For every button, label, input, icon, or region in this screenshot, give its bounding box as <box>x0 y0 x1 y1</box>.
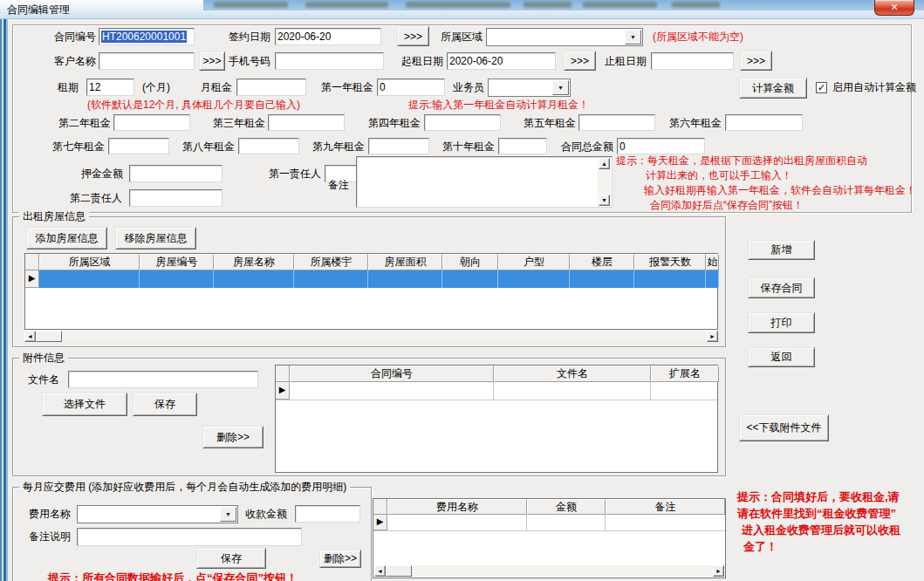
amount-input[interactable] <box>295 505 360 523</box>
choose-file-button[interactable]: 选择文件 <box>42 393 127 416</box>
start-date-input[interactable]: 2020-06-20 <box>447 52 556 70</box>
background-menu-blur <box>583 2 657 8</box>
fee-table-hscrollbar[interactable]: ◄ ► <box>374 565 724 577</box>
scroll-right-icon[interactable]: ► <box>713 565 724 577</box>
row-indicator-header <box>276 366 290 382</box>
house-table[interactable]: 所属区域 房屋编号 房屋名称 所属楼宇 房屋面积 朝向 户型 楼层 报警天数 始… <box>24 253 718 330</box>
save-contract-button[interactable]: 保存合同 <box>748 277 815 298</box>
autocalc-checkbox[interactable]: ✓ <box>816 82 827 93</box>
phone-label: 手机号码 <box>225 55 270 68</box>
fee-name-select[interactable]: ▼ <box>77 505 238 523</box>
download-attachment-button[interactable]: <<下载附件文件 <box>739 414 829 441</box>
scrollbar-thumb[interactable] <box>36 331 62 342</box>
region-label: 所属区域 <box>439 31 483 44</box>
fee-name-label: 费用名称 <box>29 508 71 521</box>
resp1-label: 第一责任人 <box>258 167 321 181</box>
col-orientation: 朝向 <box>442 254 498 270</box>
contract-no-label: 合同编号 <box>35 31 96 44</box>
chevron-down-icon[interactable]: ▼ <box>220 507 236 522</box>
year5-input[interactable] <box>578 114 655 131</box>
year6-input[interactable] <box>725 114 803 131</box>
fee-table[interactable]: 费用名称 金额 备注 ▶ ◄ ► <box>373 498 726 578</box>
background-menu-blur <box>214 2 288 8</box>
salesman-select[interactable]: ▼ <box>488 79 571 97</box>
total-amount-input[interactable]: 0 <box>617 138 705 154</box>
start-date-label: 起租日期 <box>400 55 443 68</box>
fee-table-row[interactable]: ▶ <box>373 515 725 531</box>
house-table-row[interactable]: ▶ <box>25 270 717 288</box>
monthly-rent-input[interactable] <box>236 79 306 96</box>
monthly-fee-legend: 每月应交费用 (添加好应收费用后，每个月会自动生成添加的费用明细) <box>19 481 350 493</box>
start-date-picker-button[interactable]: >>> <box>564 51 596 71</box>
year7-input[interactable] <box>108 138 169 154</box>
filename-input[interactable] <box>68 371 258 388</box>
attachment-save-button[interactable]: 保存 <box>133 393 197 416</box>
phone-input[interactable] <box>275 52 384 70</box>
calc-amount-button[interactable]: 计算金额 <box>739 78 807 99</box>
end-date-picker-button[interactable]: >>> <box>740 51 772 71</box>
chevron-down-icon[interactable]: ▼ <box>625 30 641 44</box>
new-button[interactable]: 新增 <box>748 240 815 260</box>
scrollbar-thumb[interactable] <box>386 565 412 577</box>
year3-input[interactable] <box>268 114 345 131</box>
background-menu-blur <box>672 2 720 8</box>
end-date-input[interactable] <box>651 52 734 70</box>
sign-date-input[interactable]: 2020-06-20 <box>275 28 381 45</box>
fee-save-button[interactable]: 保存 <box>196 548 266 569</box>
col-alarm-days: 报警天数 <box>634 254 706 270</box>
year2-input[interactable] <box>113 114 190 131</box>
col-building: 所属楼宇 <box>294 254 368 270</box>
sign-date-label: 签约日期 <box>225 31 270 44</box>
customer-picker-button[interactable]: >>> <box>199 51 225 71</box>
scroll-right-icon[interactable]: ► <box>707 331 718 342</box>
salesman-label: 业务员 <box>448 81 484 94</box>
term-input[interactable]: 12 <box>86 79 134 96</box>
contract-no-input[interactable]: HT200620001001 <box>99 28 195 45</box>
year10-input[interactable] <box>498 138 547 154</box>
customer-input[interactable] <box>99 52 195 70</box>
attachment-table[interactable]: 合同编号 文件名 扩展名 ▶ <box>275 365 718 473</box>
close-button[interactable]: ✕ <box>874 0 914 16</box>
year9-label: 第九年租金 <box>302 140 365 154</box>
filename-label: 文件名 <box>28 373 59 386</box>
year9-input[interactable] <box>368 138 429 154</box>
region-select[interactable]: ▼ <box>486 28 643 46</box>
remark-scrollbar[interactable]: ▲ ▼ <box>598 158 611 206</box>
close-icon: ✕ <box>890 2 898 13</box>
scroll-left-icon[interactable]: ◄ <box>24 331 36 342</box>
year8-input[interactable] <box>238 138 299 154</box>
attachment-legend: 附件信息 <box>19 352 68 364</box>
col-house-name: 房屋名称 <box>214 254 294 270</box>
attachment-table-row[interactable]: ▶ <box>276 382 717 400</box>
chevron-down-icon[interactable]: ▼ <box>552 80 569 95</box>
collect-hint-line2: 请在软件里找到“租金收费管理” <box>737 506 896 522</box>
house-table-hscrollbar[interactable]: ◄ ► <box>24 330 718 342</box>
scroll-left-icon[interactable]: ◄ <box>374 565 386 577</box>
deposit-input[interactable] <box>129 165 222 182</box>
sign-date-picker-button[interactable]: >>> <box>397 26 429 46</box>
term-label: 租期 <box>49 81 79 94</box>
remove-house-button[interactable]: 移除房屋信息 <box>115 227 196 249</box>
back-button[interactable]: 返回 <box>748 347 815 367</box>
fee-note-input[interactable] <box>77 528 302 546</box>
col-region: 所属区域 <box>39 254 140 270</box>
region-hint: (所属区域不能为空) <box>653 31 743 44</box>
fee-delete-button[interactable]: 删除>> <box>319 550 361 568</box>
selected-row[interactable] <box>39 270 719 288</box>
print-button[interactable]: 打印 <box>748 312 815 333</box>
col-layout: 户型 <box>498 254 570 270</box>
term-unit-label: (个月) <box>142 81 170 94</box>
year8-label: 第八年租金 <box>172 140 235 154</box>
add-house-button[interactable]: 添加房屋信息 <box>26 227 107 249</box>
row-marker-icon: ▶ <box>25 270 39 288</box>
scroll-up-icon[interactable]: ▲ <box>599 158 610 169</box>
year4-input[interactable] <box>424 114 501 131</box>
remark-label: 备注 <box>323 179 349 192</box>
remark-textarea[interactable]: ▲ ▼ <box>356 156 613 208</box>
scroll-down-icon[interactable]: ▼ <box>599 195 610 206</box>
attachment-delete-button[interactable]: 删除>> <box>202 426 264 448</box>
first-year-input[interactable]: 0 <box>377 79 445 96</box>
year3-label: 第三年租金 <box>202 117 265 130</box>
col-floor: 楼层 <box>570 254 634 270</box>
resp2-input[interactable] <box>129 189 222 207</box>
